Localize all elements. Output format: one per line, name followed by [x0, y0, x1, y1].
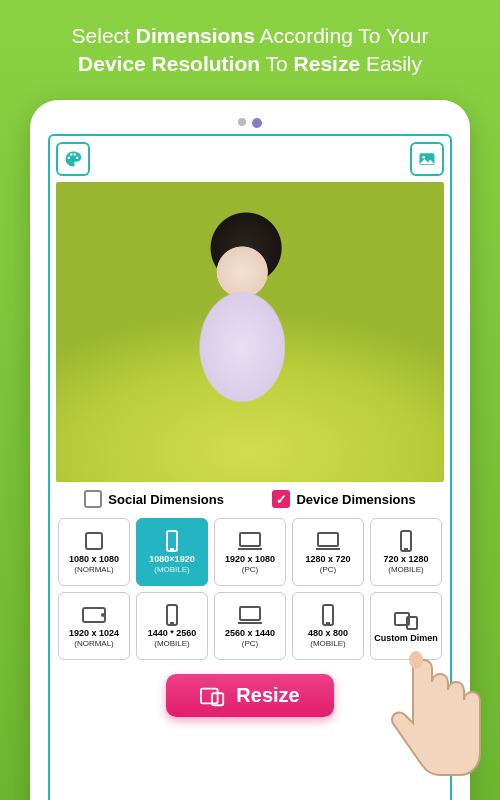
dimension-tag: (PC) — [242, 565, 258, 574]
resize-button-label: Resize — [236, 684, 299, 707]
dimension-tile[interactable]: 2560 x 1440(PC) — [214, 592, 286, 660]
dimension-value: 480 x 800 — [308, 629, 348, 639]
top-bar — [50, 136, 450, 182]
dimension-value: 1280 x 720 — [305, 555, 350, 565]
dimension-tag: (MOBILE) — [388, 565, 424, 574]
svg-point-1 — [422, 156, 425, 159]
dimension-tile[interactable]: 1080 x 1080(NORMAL) — [58, 518, 130, 586]
svg-rect-13 — [240, 607, 260, 620]
gallery-button[interactable] — [410, 142, 444, 176]
dimension-tile[interactable]: 1440 * 2560(MOBILE) — [136, 592, 208, 660]
svg-rect-2 — [86, 533, 102, 549]
palette-button[interactable] — [56, 142, 90, 176]
dimension-tile[interactable]: Custom Dimen — [370, 592, 442, 660]
dimension-tag: (NORMAL) — [74, 639, 114, 648]
dimension-panel: Social Dimensions ✓ Device Dimensions 10… — [50, 482, 450, 800]
dimension-tile[interactable]: 1920 x 1024(NORMAL) — [58, 592, 130, 660]
promo-headline: Select Dimensions According To Your Devi… — [0, 0, 500, 93]
svg-rect-5 — [240, 533, 260, 546]
dimension-tile[interactable]: 1080×1920(MOBILE) — [136, 518, 208, 586]
dimension-value: Custom Dimen — [374, 634, 438, 644]
dimension-tag: (MOBILE) — [154, 639, 190, 648]
dimension-tile[interactable]: 480 x 800(MOBILE) — [292, 592, 364, 660]
dimension-tag: (PC) — [242, 639, 258, 648]
dimension-value: 1080 x 1080 — [69, 555, 119, 565]
dimension-value: 1440 * 2560 — [148, 629, 197, 639]
dimension-tag: (MOBILE) — [154, 565, 190, 574]
palette-icon — [63, 149, 83, 169]
device-dimensions-checkbox[interactable]: ✓ Device Dimensions — [272, 490, 415, 508]
dimension-tile[interactable]: 1920 x 1080(PC) — [214, 518, 286, 586]
dimension-value: 1920 x 1080 — [225, 555, 275, 565]
dimension-grid: 1080 x 1080(NORMAL)1080×1920(MOBILE)1920… — [56, 518, 444, 660]
device-sensors — [48, 118, 452, 128]
social-dimensions-checkbox[interactable]: Social Dimensions — [84, 490, 224, 508]
dimension-value: 1920 x 1024 — [69, 629, 119, 639]
image-icon — [417, 149, 437, 169]
app-screen: Social Dimensions ✓ Device Dimensions 10… — [48, 134, 452, 800]
svg-rect-6 — [318, 533, 338, 546]
social-dimensions-label: Social Dimensions — [108, 492, 224, 507]
svg-rect-18 — [201, 688, 218, 703]
preview-image — [56, 182, 444, 482]
resize-button[interactable]: Resize — [166, 674, 333, 717]
dimension-value: 720 x 1280 — [383, 555, 428, 565]
dimension-value: 2560 x 1440 — [225, 629, 275, 639]
checkbox-checked-icon: ✓ — [272, 490, 290, 508]
dimension-tag: (MOBILE) — [310, 639, 346, 648]
device-frame: Social Dimensions ✓ Device Dimensions 10… — [30, 100, 470, 800]
dimension-tag: (PC) — [320, 565, 336, 574]
svg-point-10 — [102, 614, 104, 616]
dimension-tile[interactable]: 1280 x 720(PC) — [292, 518, 364, 586]
device-dimensions-label: Device Dimensions — [296, 492, 415, 507]
dimension-tile[interactable]: 720 x 1280(MOBILE) — [370, 518, 442, 586]
dimension-tag: (NORMAL) — [74, 565, 114, 574]
dimension-value: 1080×1920 — [149, 555, 194, 565]
checkbox-unchecked-icon — [84, 490, 102, 508]
resize-icon — [200, 685, 226, 707]
